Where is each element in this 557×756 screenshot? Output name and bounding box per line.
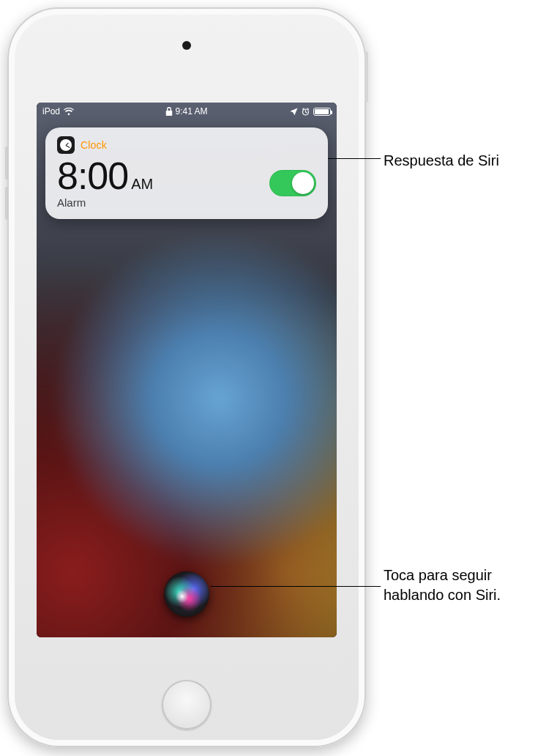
callout-leader-2: [211, 586, 381, 587]
callout-tap-to-continue: Toca para seguir hablando con Siri.: [384, 566, 501, 605]
front-camera: [182, 41, 191, 50]
home-button[interactable]: [162, 680, 212, 730]
ipod-device-frame: iPod 9:41 AM: [7, 7, 366, 747]
device-label: iPod: [42, 106, 60, 116]
callout-siri-response: Respuesta de Siri: [384, 151, 499, 171]
screen: iPod 9:41 AM: [37, 103, 337, 637]
alarm-toggle[interactable]: [269, 170, 316, 196]
volume-up-button[interactable]: [5, 147, 9, 179]
card-app-name: Clock: [81, 139, 107, 151]
lock-icon: [165, 107, 172, 116]
status-bar: iPod 9:41 AM: [37, 103, 337, 120]
siri-orb-button[interactable]: [164, 571, 209, 617]
alarm-status-icon: [302, 108, 310, 116]
toggle-knob: [292, 172, 314, 194]
volume-down-button[interactable]: [5, 187, 9, 220]
wifi-icon: [64, 108, 74, 116]
alarm-time: 8:00: [57, 157, 128, 195]
battery-icon: [313, 108, 331, 116]
power-button[interactable]: [365, 51, 368, 103]
siri-response-card[interactable]: Clock 8:00 AM Alarm: [45, 127, 328, 219]
alarm-label: Alarm: [57, 196, 153, 209]
status-time: 9:41 AM: [175, 106, 207, 116]
clock-app-icon: [57, 136, 75, 154]
alarm-ampm: AM: [131, 176, 153, 193]
location-icon: [290, 108, 298, 116]
